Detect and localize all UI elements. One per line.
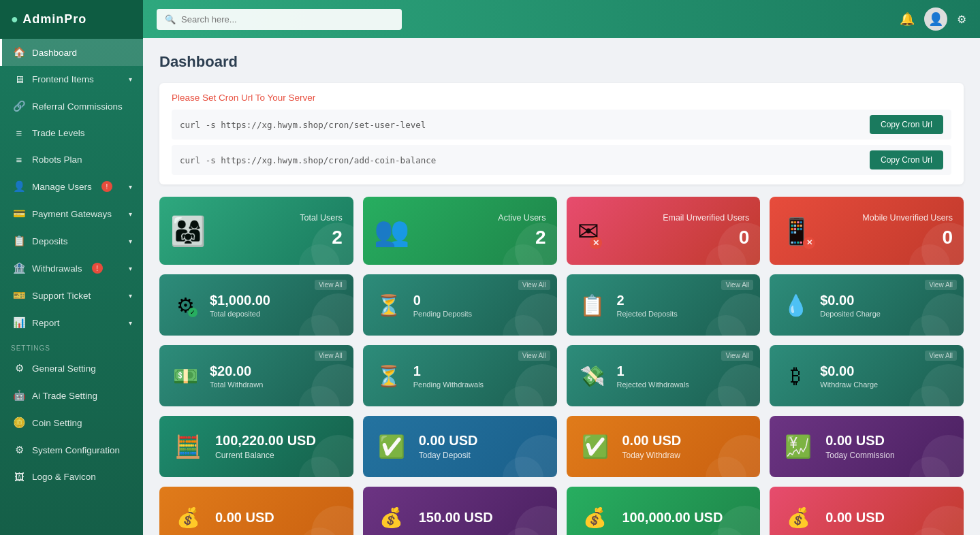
withdrawal-label-total-withdrawn: Total Withdrawn <box>210 380 263 389</box>
arrow-payment-gateways: ▾ <box>129 210 132 218</box>
topbar-right: 🔔 👤 ⚙ <box>900 7 966 31</box>
stat-label-mobile-unverified: Mobile Unverified Users <box>862 213 953 223</box>
bottom-value-bottom-2: 150.00 USD <box>419 510 493 525</box>
cron-row-1: curl -s https://xg.hwym.shop/cron/set-us… <box>172 110 951 140</box>
settings-label-system-configuration: System Configuration <box>32 445 120 455</box>
bottom-info-bottom-1: 0.00 USD <box>215 510 274 525</box>
settings-item-system-configuration[interactable]: ⚙ System Configuration <box>0 436 143 464</box>
sidebar-label-support-ticket: Support Ticket <box>32 291 91 301</box>
bottom-card-bottom-2: 💰 150.00 USD <box>363 487 557 535</box>
sidebar-icon-withdrawals: 🏦 <box>13 262 25 274</box>
sidebar-item-withdrawals[interactable]: 🏦 Withdrawals ! ▾ <box>0 255 143 282</box>
sidebar-item-referral-commissions[interactable]: 🔗 Referral Commissions <box>0 93 143 120</box>
view-all-rejected-deposits[interactable]: View All <box>721 280 753 290</box>
cron-url-1: curl -s https://xg.hwym.shop/cron/set-us… <box>180 120 862 130</box>
bottom-value-bottom-4: 0.00 USD <box>825 510 885 525</box>
sidebar-item-support-ticket[interactable]: 🎫 Support Ticket ▾ <box>0 282 143 309</box>
deposit-info-deposited-charge: $0.00 Deposited Charge <box>820 293 881 318</box>
sidebar-item-dashboard[interactable]: 🏠 Dashboard <box>0 39 143 66</box>
avatar[interactable]: 👤 <box>924 7 947 31</box>
stat-info-active-users: Active Users 2 <box>498 213 546 248</box>
sidebar-item-manage-users[interactable]: 👤 Manage Users ! ▾ <box>0 173 143 200</box>
deposit-info-pending-deposits: 0 Pending Deposits <box>413 293 472 318</box>
arrow-support-ticket: ▾ <box>129 292 132 299</box>
deposit-value-pending-deposits: 0 <box>413 293 472 308</box>
balance-value-today-withdraw: 0.00 USD <box>622 433 682 449</box>
view-all-total-deposited[interactable]: View All <box>315 280 347 290</box>
stat-label-active-users: Active Users <box>498 213 546 223</box>
bottom-grid: 💰 0.00 USD 💰 150.00 USD 💰 100,000.00 USD… <box>159 487 964 535</box>
sidebar-icon-manage-users: 👤 <box>13 180 25 193</box>
sidebar-item-robots-plan[interactable]: ≡ Robots Plan <box>0 146 143 173</box>
sidebar-label-frontend-items: Frontend Items <box>32 74 94 84</box>
balance-info-today-commission: 0.00 USD Today Commission <box>825 433 894 460</box>
view-all-w-pending-withdrawals[interactable]: View All <box>518 351 550 361</box>
sidebar-label-robots-plan: Robots Plan <box>32 155 82 165</box>
balance-card-current-balance: 🧮 100,220.00 USD Current Balance <box>159 416 353 477</box>
bottom-info-bottom-3: 100,000.00 USD <box>622 510 723 525</box>
withdrawal-value-rejected-withdrawals: 1 <box>617 363 689 379</box>
view-all-deposited-charge[interactable]: View All <box>925 280 957 290</box>
settings-item-coin-setting[interactable]: 🪙 Coin Setting <box>0 409 143 436</box>
withdrawal-label-withdraw-charge: Withdraw Charge <box>820 380 878 389</box>
sidebar-item-frontend-items[interactable]: 🖥 Frontend Items ▾ <box>0 66 143 93</box>
copy-cron-2-button[interactable]: Copy Cron Url <box>870 150 943 169</box>
view-all-pending-deposits[interactable]: View All <box>518 280 550 290</box>
settings-icon-ai-trade-setting: 🤖 <box>13 389 25 402</box>
withdrawal-label-rejected-withdrawals: Rejected Withdrawals <box>617 380 689 389</box>
deposit-value-deposited-charge: $0.00 <box>820 293 881 308</box>
deposit-icon-deposited-charge: 💧 <box>779 289 812 321</box>
search-input[interactable] <box>181 9 394 30</box>
sidebar: ● AdminPro 🏠 Dashboard 🖥 Frontend Items … <box>0 0 143 535</box>
view-all-w-withdraw-charge[interactable]: View All <box>925 351 957 361</box>
bottom-icon-bottom-2: 💰 <box>374 500 409 535</box>
arrow-frontend-items: ▾ <box>129 76 132 83</box>
withdrawal-card-pending-withdrawals: View All ⏳ 1 Pending Withdrawals <box>363 345 557 406</box>
stat-card-total-users: 👨‍👩‍👧 Total Users 2 <box>159 197 353 265</box>
stat-value-active-users: 2 <box>498 227 546 248</box>
bell-icon[interactable]: 🔔 <box>900 12 915 27</box>
settings-section-label: SETTINGS <box>0 339 143 355</box>
sidebar-icon-frontend-items: 🖥 <box>13 74 25 85</box>
arrow-withdrawals: ▾ <box>129 265 132 272</box>
settings-item-logo-favicon[interactable]: 🖼 Logo & Favicon <box>0 464 143 490</box>
copy-cron-1-button[interactable]: Copy Cron Url <box>870 115 943 134</box>
settings-label-logo-favicon: Logo & Favicon <box>32 472 96 482</box>
bottom-value-bottom-1: 0.00 USD <box>215 510 274 525</box>
sidebar-item-deposits[interactable]: 📋 Deposits ▾ <box>0 227 143 255</box>
stat-icon-mobile-unverified: 📱✕ <box>780 216 812 246</box>
sidebar-item-payment-gateways[interactable]: 💳 Payment Gateways ▾ <box>0 200 143 227</box>
cron-url-2: curl -s https://xg.hwym.shop/cron/add-co… <box>180 155 862 165</box>
sidebar-icon-trade-levels: ≡ <box>13 127 25 139</box>
sidebar-item-report[interactable]: 📊 Report ▾ <box>0 309 143 336</box>
settings-item-ai-trade-setting[interactable]: 🤖 Ai Trade Setting <box>0 382 143 409</box>
balance-value-current-balance: 100,220.00 USD <box>215 433 316 449</box>
search-box[interactable]: 🔍 <box>157 9 402 30</box>
bottom-icon-bottom-4: 💰 <box>780 500 816 535</box>
main-area: 🔍 🔔 👤 ⚙ Dashboard Please Set Cron Url To… <box>143 0 980 535</box>
stat-card-mobile-unverified: 📱✕ Mobile Unverified Users 0 <box>770 197 964 265</box>
withdrawal-card-total-withdrawn: View All 💵 $20.00 Total Withdrawn <box>159 345 353 406</box>
sidebar-item-trade-levels[interactable]: ≡ Trade Levels <box>0 120 143 146</box>
view-all-w-rejected-withdrawals[interactable]: View All <box>721 351 753 361</box>
gear-icon[interactable]: ⚙ <box>957 13 966 26</box>
balance-info-today-deposit: 0.00 USD Today Deposit <box>419 433 478 460</box>
sidebar-icon-robots-plan: ≡ <box>13 154 25 165</box>
withdrawal-info-total-withdrawn: $20.00 Total Withdrawn <box>210 363 263 389</box>
view-all-w-total-withdrawn[interactable]: View All <box>315 351 347 361</box>
deposit-stats-grid: View All ⚙✓ $1,000.00 Total deposited Vi… <box>159 274 964 336</box>
withdrawal-value-withdraw-charge: $0.00 <box>820 363 878 379</box>
stat-value-total-users: 2 <box>300 227 343 248</box>
deposit-info-rejected-deposits: 2 Rejected Deposits <box>617 293 678 318</box>
search-icon: 🔍 <box>165 14 176 25</box>
withdrawal-value-pending-withdrawals: 1 <box>413 363 484 379</box>
settings-icon-system-configuration: ⚙ <box>13 444 25 456</box>
deposit-value-total-deposited: $1,000.00 <box>210 293 270 308</box>
withdrawal-label-pending-withdrawals: Pending Withdrawals <box>413 380 484 389</box>
sidebar-logo: ● AdminPro <box>0 0 143 39</box>
bottom-value-bottom-3: 100,000.00 USD <box>622 510 723 525</box>
sidebar-icon-dashboard: 🏠 <box>13 46 25 59</box>
balance-value-today-commission: 0.00 USD <box>825 433 894 449</box>
stat-label-email-unverified: Email Unverified Users <box>663 213 749 223</box>
settings-item-general-setting[interactable]: ⚙ General Setting <box>0 355 143 382</box>
